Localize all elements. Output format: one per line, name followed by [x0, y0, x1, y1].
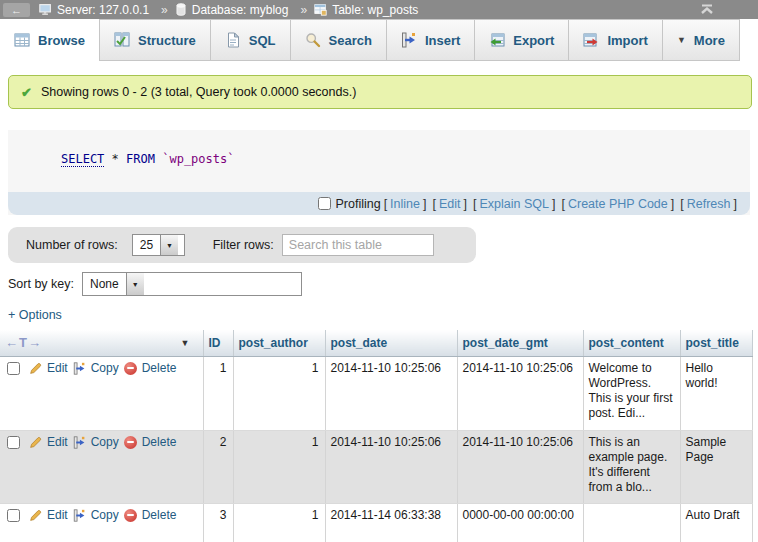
cell-post-title: Hello world! — [680, 356, 752, 430]
column-header-id[interactable]: ID — [203, 330, 233, 356]
cell-post-author: 1 — [233, 430, 325, 503]
bracket: ] — [464, 197, 467, 211]
cell-post-content: This is an example page. It's different … — [583, 430, 680, 503]
tab-search[interactable]: Search — [290, 19, 387, 61]
profiling-checkbox[interactable] — [318, 197, 331, 210]
column-header-post-date[interactable]: post_date — [325, 330, 457, 356]
row-actions-cell: Edit Copy Delete — [0, 356, 203, 430]
delete-row-link[interactable]: Delete — [142, 361, 177, 376]
phpmyadmin-screen: ← Server: 127.0.0.1 » Database: myblog »… — [0, 0, 758, 542]
row-checkbox[interactable] — [7, 436, 20, 449]
column-header-post-content[interactable]: post_content — [583, 330, 680, 356]
tab-strip: Browse Structure SQL Search Insert — [0, 19, 758, 61]
sql-toolbar: Profiling [ Inline ] [ Edit ] [ Explain … — [8, 192, 750, 215]
row-checkbox[interactable] — [7, 509, 20, 522]
edit-row-link[interactable]: Edit — [47, 361, 68, 376]
delete-row-icon — [124, 362, 137, 375]
edit-pencil-icon — [29, 362, 42, 375]
copy-row-icon — [73, 362, 86, 375]
sort-key-value: None — [83, 273, 126, 295]
copy-row-link[interactable]: Copy — [91, 508, 119, 523]
cell-post-content: Welcome to WordPress. This is your first… — [583, 356, 680, 430]
delete-row-icon — [124, 509, 137, 522]
tab-browse[interactable]: Browse — [0, 19, 100, 61]
refresh-link[interactable]: Refresh — [687, 197, 731, 211]
sort-by-key-label: Sort by key: — [8, 277, 74, 291]
row-actions-cell: Edit Copy Delete — [0, 503, 203, 542]
options-toggle[interactable]: + Options — [8, 308, 62, 322]
breadcrumb-table[interactable]: Table: wp_posts — [332, 3, 418, 17]
cell-post-date-gmt: 2014-11-10 10:25:06 — [457, 356, 583, 430]
axis-toggle-icon[interactable]: ←T→ — [5, 335, 42, 350]
actions-header-cell: ←T→ ▼ — [0, 330, 203, 356]
column-menu-icon[interactable]: ▼ — [181, 338, 190, 348]
column-header-post-date-gmt[interactable]: post_date_gmt — [457, 330, 583, 356]
rows-per-page-value: 25 — [133, 235, 160, 255]
cell-post-author: 1 — [233, 356, 325, 430]
sql-star: * — [112, 152, 119, 166]
tab-sql[interactable]: SQL — [210, 19, 291, 61]
column-header-post-title[interactable]: post_title — [680, 330, 752, 356]
edit-row-link[interactable]: Edit — [47, 435, 68, 450]
back-button[interactable]: ← — [3, 3, 30, 17]
table-header-row: ←T→ ▼ ID post_author post_date post_date… — [0, 330, 758, 356]
sql-keyword-select[interactable]: SELECT — [61, 152, 104, 167]
cell-post-date: 2014-11-10 10:25:06 — [325, 430, 457, 503]
copy-row-link[interactable]: Copy — [91, 361, 119, 376]
create-php-code-link[interactable]: Create PHP Code — [568, 197, 668, 211]
tab-label: Structure — [138, 33, 196, 48]
edit-pencil-icon — [29, 436, 42, 449]
rows-per-page-select[interactable]: 25 ▼ — [132, 234, 185, 256]
success-check-icon: ✔ — [21, 85, 32, 100]
copy-row-icon — [73, 509, 86, 522]
sql-keyword-from: FROM — [126, 152, 155, 166]
profiling-label: Profiling — [335, 197, 380, 211]
bracket: [ — [473, 197, 476, 211]
chevron-down-icon: ▼ — [677, 35, 686, 45]
tab-export[interactable]: Export — [474, 19, 569, 61]
sort-key-select[interactable]: None ▼ — [82, 272, 302, 296]
bracket: [ — [561, 197, 564, 211]
delete-row-icon — [124, 436, 137, 449]
tab-structure[interactable]: Structure — [99, 19, 211, 61]
dropdown-arrow-icon: ▼ — [126, 273, 144, 295]
search-icon — [305, 32, 321, 48]
delete-row-link[interactable]: Delete — [142, 435, 177, 450]
sql-file-icon — [225, 32, 241, 48]
status-message: ✔ Showing rows 0 - 2 (3 total, Query too… — [8, 75, 752, 109]
bracket: [ — [432, 197, 435, 211]
breadcrumb-database[interactable]: Database: myblog — [192, 3, 289, 17]
breadcrumb-bar: ← Server: 127.0.0.1 » Database: myblog »… — [0, 0, 758, 19]
column-header-post-author[interactable]: post_author — [233, 330, 325, 356]
rows-filter-bar: Number of rows: 25 ▼ Filter rows: — [8, 227, 476, 263]
tab-label: Import — [607, 33, 647, 48]
dropdown-arrow-icon: ▼ — [160, 235, 178, 255]
row-checkbox[interactable] — [7, 362, 20, 375]
sql-query-text: SELECT * FROM `wp_posts` — [61, 152, 234, 166]
tab-label: Browse — [38, 33, 85, 48]
tab-insert[interactable]: Insert — [386, 19, 475, 61]
breadcrumb-separator: » — [300, 3, 307, 17]
collapse-panel-icon[interactable] — [698, 2, 716, 16]
delete-row-link[interactable]: Delete — [142, 508, 177, 523]
table-filter-input[interactable] — [282, 234, 434, 256]
explain-sql-link[interactable]: Explain SQL — [479, 197, 548, 211]
edit-sql-link[interactable]: Edit — [439, 197, 461, 211]
breadcrumb-server[interactable]: Server: 127.0.0.1 — [57, 3, 149, 17]
import-icon — [583, 32, 599, 48]
bracket: ] — [734, 197, 737, 211]
inline-link[interactable]: Inline — [390, 197, 420, 211]
tab-more[interactable]: ▼ More — [662, 19, 740, 61]
edit-row-link[interactable]: Edit — [47, 508, 68, 523]
sql-table-reference: `wp_posts` — [162, 152, 234, 166]
cell-post-date: 2014-11-10 10:25:06 — [325, 356, 457, 430]
results-table: ←T→ ▼ ID post_author post_date post_date… — [0, 330, 758, 542]
tab-label: Search — [329, 33, 372, 48]
server-icon — [39, 3, 52, 16]
copy-row-link[interactable]: Copy — [91, 435, 119, 450]
cell-post-content — [583, 503, 680, 542]
cell-id: 3 — [203, 503, 233, 542]
cell-post-title: Sample Page — [680, 430, 752, 503]
tab-import[interactable]: Import — [568, 19, 662, 61]
bracket: ] — [671, 197, 674, 211]
